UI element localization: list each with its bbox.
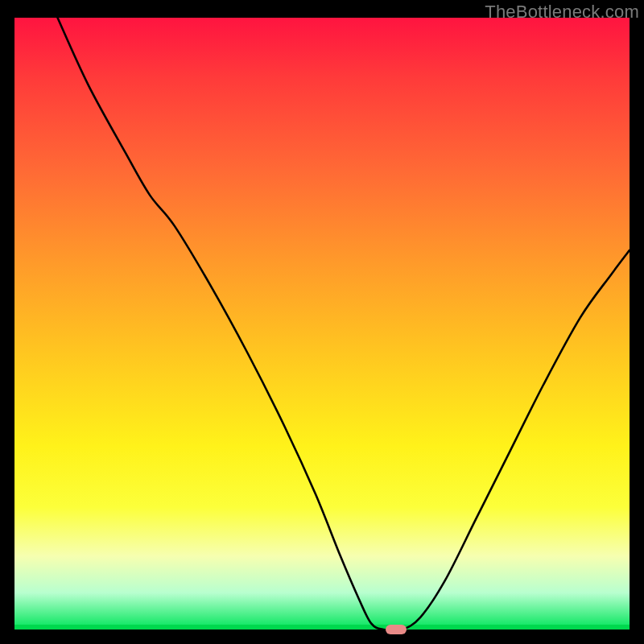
chart-frame: TheBottleneck.com: [0, 0, 644, 644]
watermark-text: TheBottleneck.com: [485, 2, 639, 23]
optimum-marker: [386, 625, 407, 634]
bottleneck-curve: [14, 18, 630, 630]
curve-path: [58, 18, 630, 630]
